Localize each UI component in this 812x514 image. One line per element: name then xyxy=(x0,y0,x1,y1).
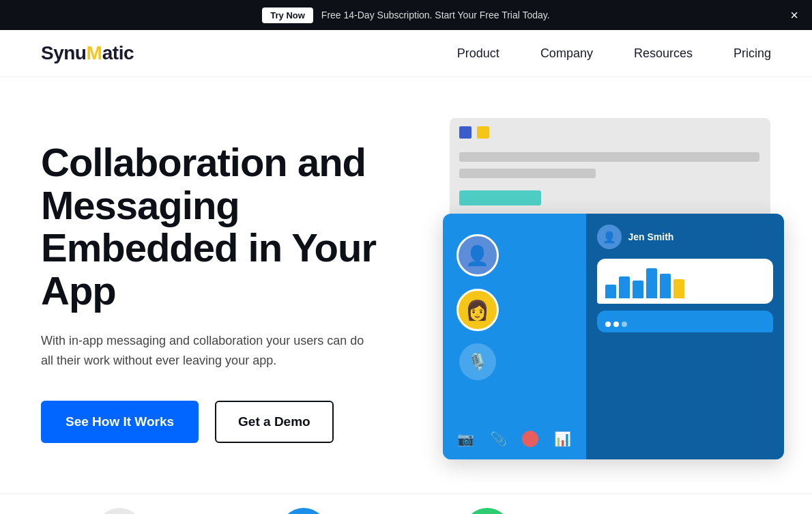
avatar-icon1: 👤 xyxy=(465,244,489,267)
logo-m: M xyxy=(86,42,102,64)
typing-dots xyxy=(605,322,765,327)
top-banner: Try Now Free 14-Day Subscription. Start … xyxy=(0,0,812,30)
logo[interactable]: SynuMatic xyxy=(41,42,134,64)
chart-bar-1 xyxy=(605,285,616,298)
nav-product[interactable]: Product xyxy=(457,46,499,60)
nav-company[interactable]: Company xyxy=(540,46,593,60)
mini-chart xyxy=(605,264,765,298)
chat-name: Jen Smith xyxy=(628,231,674,242)
nav-resources[interactable]: Resources xyxy=(634,46,693,60)
panel-bar2 xyxy=(459,169,596,178)
avatar-user2: 👩 xyxy=(456,289,499,331)
bottom-icons-row: 📎 🎥 🔔 💬 Revain xyxy=(0,494,812,514)
chat-panel: 👤 Jen Smith xyxy=(586,214,784,459)
hero-section: Collaboration and Messaging Embedded in … xyxy=(0,77,812,494)
navbar: SynuMatic Product Company Resources Pric… xyxy=(0,30,812,77)
front-card: 👤 👩 🎙️ 👤 Jen Smith xyxy=(443,214,784,459)
paperclip-bottom-icon: 📎 xyxy=(96,508,143,514)
chart-bar-4 xyxy=(646,268,657,298)
paperclip-icon: 📎 xyxy=(490,431,507,447)
dot3 xyxy=(622,322,627,327)
panel-dot-yellow xyxy=(477,126,489,139)
hero-subtitle: With in-app messaging and collaboration … xyxy=(41,331,368,371)
panel-bar1 xyxy=(459,152,759,162)
avatar-icon2: 👩 xyxy=(465,299,489,322)
bars-icon: 📊 xyxy=(554,431,571,447)
chat-bubble-text xyxy=(597,311,773,332)
banner-text: Free 14-Day Subscription. Start Your Fre… xyxy=(321,10,550,20)
try-now-button[interactable]: Try Now xyxy=(262,8,313,23)
record-button xyxy=(522,431,538,447)
mic-icon: 🎙️ xyxy=(459,343,496,380)
mic-symbol: 🎙️ xyxy=(467,352,488,371)
dot1 xyxy=(605,322,611,327)
get-a-demo-button[interactable]: Get a Demo xyxy=(215,401,334,443)
hero-buttons: See How It Works Get a Demo xyxy=(41,401,416,443)
banner-close-button[interactable]: × xyxy=(790,8,798,22)
logo-text-part1: Synu xyxy=(41,42,86,64)
chat-header: 👤 Jen Smith xyxy=(597,225,773,249)
see-how-it-works-button[interactable]: See How It Works xyxy=(41,401,199,443)
chart-bar-2 xyxy=(619,276,630,298)
chart-bar-5 xyxy=(660,274,671,298)
video-bottom-icon: 🎥 xyxy=(280,508,328,514)
panel-teal xyxy=(459,190,541,205)
chat-avatar: 👤 xyxy=(597,225,622,249)
camera-icon: 📷 xyxy=(457,431,474,447)
hero-right: 👤 👩 🎙️ 👤 Jen Smith xyxy=(443,118,772,466)
logo-text-part2: atic xyxy=(102,42,134,64)
chart-bar-6 xyxy=(673,279,684,298)
bell-bottom-icon: 🔔 xyxy=(463,508,511,514)
hero-title: Collaboration and Messaging Embedded in … xyxy=(41,141,416,313)
avatar-user1: 👤 xyxy=(456,234,499,276)
panel-dot-blue xyxy=(459,126,472,139)
app-illustration: 👤 👩 🎙️ 👤 Jen Smith xyxy=(443,118,784,466)
chat-bubble-chart xyxy=(597,259,773,304)
chart-bar-3 xyxy=(633,281,643,298)
chat-avatar-icon: 👤 xyxy=(603,231,616,244)
nav-links: Product Company Resources Pricing xyxy=(457,46,771,61)
nav-pricing[interactable]: Pricing xyxy=(734,46,771,60)
card-bottom-bar: 📷 📎 📊 xyxy=(443,418,586,459)
users-column: 👤 👩 🎙️ xyxy=(456,234,499,380)
hero-left: Collaboration and Messaging Embedded in … xyxy=(41,141,443,443)
dot2 xyxy=(613,322,619,327)
